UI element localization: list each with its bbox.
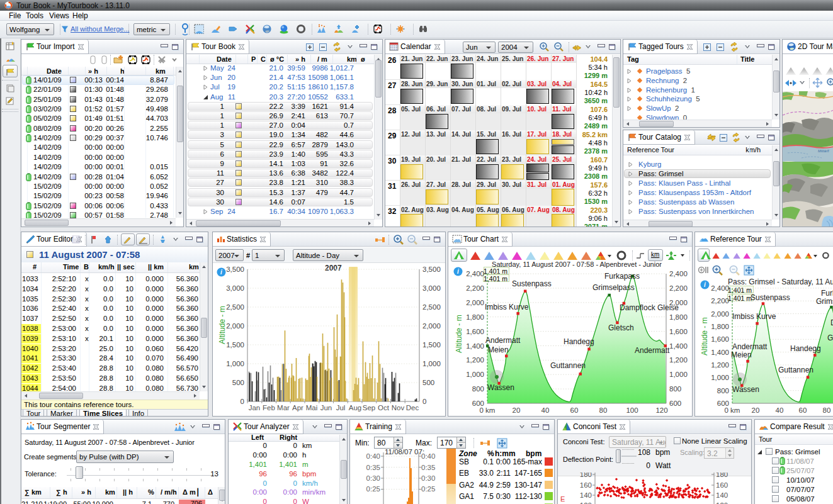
svg-text:1,800: 1,800: [669, 313, 688, 321]
svg-text:Imbiss Kurve: Imbiss Kurve: [485, 303, 529, 311]
svg-text:Handegg: Handegg: [790, 344, 821, 353]
svg-text:E: E: [560, 495, 565, 503]
svg-text:120: 120: [716, 501, 728, 504]
svg-text:Andermatt: Andermatt: [485, 336, 521, 345]
svg-text:Aug: Aug: [349, 404, 361, 412]
svg-text:2,000: 2,000: [711, 310, 729, 318]
svg-text:160: 160: [716, 481, 728, 489]
svg-text:0:35: 0:35: [421, 464, 435, 471]
svg-text:2,400: 2,400: [669, 270, 688, 277]
svg-text:Furk: Furk: [821, 289, 833, 298]
svg-text:2,400: 2,400: [466, 270, 484, 277]
svg-text:1,200: 1,200: [711, 361, 729, 369]
svg-text:Jul: Jul: [336, 404, 346, 412]
svg-text:3,500: 3,500: [226, 266, 244, 273]
svg-text:Meien: Meien: [488, 345, 509, 354]
svg-text:800: 800: [669, 385, 681, 393]
svg-text:Imbiss Kurve: Imbiss Kurve: [732, 312, 776, 321]
svg-text:140: 140: [716, 491, 728, 499]
svg-text:160: 160: [580, 481, 592, 489]
svg-text:180: 180: [580, 473, 592, 478]
svg-text:Mar: Mar: [277, 404, 290, 412]
svg-text:Andermatt: Andermatt: [635, 346, 670, 355]
svg-text:1,000: 1,000: [226, 360, 244, 367]
svg-text:Militärfl: Militärfl: [818, 149, 829, 153]
svg-text:0:35: 0:35: [366, 464, 380, 471]
svg-text:Handegg: Handegg: [564, 337, 594, 346]
svg-text:3,000: 3,000: [422, 284, 441, 292]
svg-text:1,500: 1,500: [226, 341, 244, 349]
svg-text:1,200: 1,200: [669, 356, 688, 364]
svg-text:1,600: 1,600: [711, 335, 729, 343]
svg-text:0 km: 0 km: [725, 406, 740, 414]
svg-text:Sep: Sep: [363, 404, 375, 412]
svg-text:Nov: Nov: [392, 404, 405, 412]
svg-text:0: 0: [422, 398, 426, 405]
svg-text:40: 40: [776, 406, 784, 414]
svg-text:1,800: 1,800: [466, 313, 484, 321]
svg-text:0:25: 0:25: [421, 485, 435, 493]
svg-text:Wassen: Wassen: [487, 383, 514, 392]
svg-text:500: 500: [422, 379, 434, 386]
svg-text:100: 100: [626, 406, 638, 414]
svg-text:2,500: 2,500: [226, 303, 244, 311]
svg-text:1,600: 1,600: [669, 328, 688, 335]
svg-text:Mai: Mai: [306, 404, 318, 412]
svg-text:Oct: Oct: [378, 404, 390, 412]
svg-text:0:40: 0:40: [366, 452, 380, 460]
svg-text:D: D: [830, 318, 833, 327]
svg-text:Apr: Apr: [292, 404, 303, 412]
svg-text:1,600: 1,600: [466, 328, 484, 335]
svg-text:1,000: 1,000: [711, 374, 729, 381]
svg-text:1,200: 1,200: [466, 356, 484, 364]
svg-text:0:30: 0:30: [366, 474, 380, 482]
svg-text:1,800: 1,800: [711, 323, 729, 330]
svg-text:1,000: 1,000: [422, 360, 441, 367]
svg-text:800: 800: [472, 385, 484, 393]
svg-text:60: 60: [799, 406, 807, 414]
svg-text:Guttannen: Guttannen: [778, 366, 813, 374]
svg-text:Sustenpass: Sustenpass: [512, 279, 552, 288]
svg-text:120: 120: [580, 501, 592, 504]
svg-text:2,500: 2,500: [422, 303, 441, 311]
svg-text:800: 800: [717, 387, 729, 395]
svg-text:2,000: 2,000: [466, 299, 484, 306]
svg-text:0:30: 0:30: [421, 474, 435, 482]
svg-text:Feb: Feb: [263, 404, 275, 412]
svg-text:3,000: 3,000: [226, 284, 244, 292]
svg-text:Gl: Gl: [827, 333, 833, 342]
svg-text:1,400: 1,400: [669, 342, 688, 350]
svg-text:80: 80: [599, 406, 608, 414]
svg-text:40: 40: [541, 406, 550, 414]
svg-text:2,400: 2,400: [711, 284, 729, 292]
svg-text:3,500: 3,500: [422, 266, 441, 273]
svg-text:120: 120: [655, 406, 667, 414]
svg-text:2,200: 2,200: [669, 284, 688, 292]
svg-text:Jan: Jan: [249, 404, 261, 412]
svg-text:2,200: 2,200: [711, 297, 729, 305]
svg-text:Meien: Meien: [731, 350, 752, 359]
svg-text:1,400: 1,400: [711, 349, 729, 356]
svg-text:0:25: 0:25: [366, 485, 380, 493]
svg-text:Sustenpass: Sustenpass: [751, 293, 790, 302]
svg-text:1,000: 1,000: [466, 371, 484, 378]
svg-text:Furkapass: Furkapass: [604, 272, 640, 281]
svg-text:2,200: 2,200: [466, 284, 484, 292]
svg-text:Jun: Jun: [320, 404, 332, 412]
svg-text:Wassen: Wassen: [732, 385, 759, 394]
svg-text:Grimselpass: Grimselpass: [592, 283, 635, 292]
svg-text:Gletsch: Gletsch: [608, 323, 634, 332]
svg-text:0 km: 0 km: [480, 406, 496, 414]
svg-text:2,000: 2,000: [422, 322, 441, 330]
svg-text:1,400: 1,400: [466, 342, 484, 350]
svg-text:Dec: Dec: [406, 404, 419, 412]
svg-text:Guttannen: Guttannen: [550, 361, 586, 370]
svg-text:0:40: 0:40: [421, 452, 435, 460]
svg-text:180: 180: [716, 473, 728, 478]
svg-text:600: 600: [669, 400, 681, 407]
svg-text:Grimse: Grimse: [816, 297, 833, 306]
svg-text:2,000: 2,000: [226, 322, 244, 330]
svg-text:1,000: 1,000: [669, 371, 688, 378]
svg-text:0: 0: [241, 398, 244, 405]
svg-text:80: 80: [823, 406, 831, 414]
